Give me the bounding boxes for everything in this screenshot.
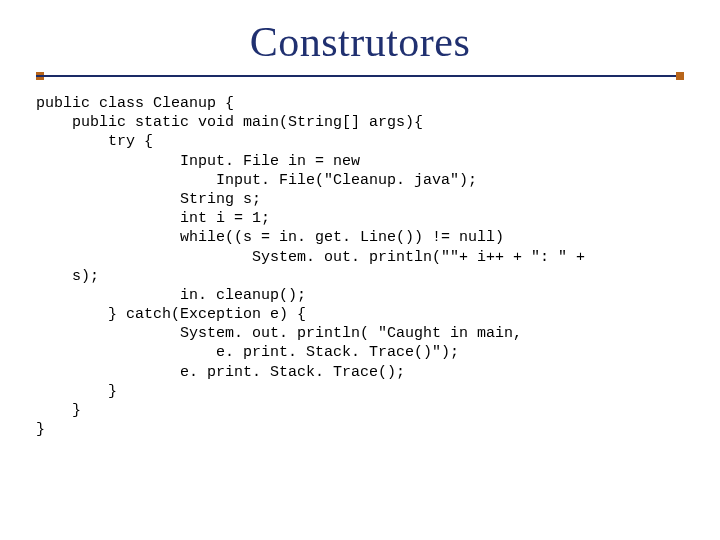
slide-title: Construtores xyxy=(0,0,720,72)
rule-bar xyxy=(36,75,684,77)
title-rule xyxy=(36,72,684,80)
rule-square-right-icon xyxy=(676,72,684,80)
code-block: public class Cleanup { public static voi… xyxy=(0,90,720,439)
slide: Construtores public class Cleanup { publ… xyxy=(0,0,720,540)
